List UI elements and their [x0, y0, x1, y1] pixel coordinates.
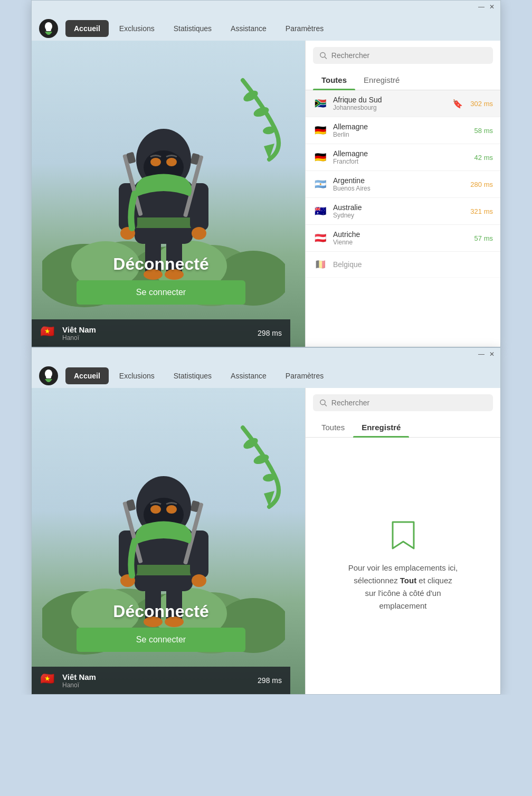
- main-content-1: Déconnecté Se connecter 🇻🇳 Viêt Nam Hano…: [32, 41, 500, 347]
- search-box-1: [306, 41, 500, 70]
- close-button-1[interactable]: ✕: [488, 3, 496, 11]
- server-country-4: Australie: [333, 203, 465, 212]
- server-city-5: Vienne: [333, 239, 469, 246]
- server-country-1: Allemagne: [333, 122, 469, 131]
- server-info-3: Argentine Buenos Aires: [333, 176, 465, 192]
- server-item-0[interactable]: 🇿🇦 Afrique du Sud Johannesbourg 🔖 302 ms: [306, 90, 500, 117]
- navbar-1: Accueil Exclusions Statistiques Assistan…: [32, 13, 500, 41]
- minimize-button-2[interactable]: —: [477, 350, 486, 358]
- server-item-1[interactable]: 🇩🇪 Allemagne Berlin 58 ms: [306, 117, 500, 144]
- server-country-5: Autriche: [333, 230, 469, 239]
- empty-line-1: Pour voir les emplacements ici,: [348, 563, 458, 572]
- location-bar-2[interactable]: 🇻🇳 Viêt Nam Hanoï 298 ms: [32, 667, 290, 694]
- titlebar-2: — ✕: [32, 348, 500, 361]
- connect-button-1[interactable]: Se connecter: [77, 280, 245, 305]
- svg-point-57: [192, 574, 206, 587]
- svg-point-65: [166, 505, 177, 514]
- server-latency-1: 58 ms: [474, 127, 493, 135]
- bookmark-icon-0[interactable]: 🔖: [452, 99, 463, 109]
- empty-state-text: Pour voir les emplacements ici, sélectio…: [348, 562, 458, 612]
- server-country-2: Allemagne: [333, 149, 469, 158]
- location-flag-1: 🇻🇳: [40, 325, 57, 342]
- search-wrap-2[interactable]: [313, 394, 493, 411]
- nav-exclusions-1[interactable]: Exclusions: [111, 20, 163, 37]
- connect-button-2[interactable]: Se connecter: [77, 628, 245, 652]
- nav-accueil-1[interactable]: Accueil: [65, 20, 109, 37]
- server-info-2: Allemagne Francfort: [333, 149, 469, 165]
- server-info-4: Australie Sydney: [333, 203, 465, 219]
- search-input-1[interactable]: [331, 51, 487, 60]
- status-text-2: Déconnecté: [48, 602, 274, 621]
- server-flag-0: 🇿🇦: [313, 96, 328, 111]
- bookmark-big-icon: [390, 519, 416, 551]
- nav-parametres-1[interactable]: Paramètres: [277, 20, 332, 37]
- search-input-2[interactable]: [331, 399, 487, 407]
- svg-point-31: [166, 158, 177, 166]
- empty-bold: Tout: [400, 576, 416, 585]
- server-item-5[interactable]: 🇦🇹 Autriche Vienne 57 ms: [306, 225, 500, 252]
- navbar-2: Accueil Exclusions Statistiques Assistan…: [32, 361, 500, 388]
- window-2: — ✕ Accueil Exclusions Statistiques Assi…: [31, 347, 501, 695]
- tab-saved-1[interactable]: Enregistré: [355, 70, 408, 90]
- svg-rect-53: [132, 565, 195, 575]
- window-1: — ✕ Accueil Exclusions Statistiques Assi…: [31, 0, 501, 347]
- server-country-3: Argentine: [333, 176, 465, 185]
- nav-exclusions-2[interactable]: Exclusions: [111, 367, 163, 384]
- search-wrap-1[interactable]: [313, 47, 493, 64]
- empty-line-4: sur l'icône à côté d'un: [365, 589, 441, 598]
- tab-saved-2[interactable]: Enregistré: [353, 418, 409, 437]
- server-flag-5: 🇦🇹: [313, 231, 328, 245]
- server-country-0: Afrique du Sud: [333, 96, 447, 104]
- server-list-1[interactable]: 🇿🇦 Afrique du Sud Johannesbourg 🔖 302 ms…: [306, 90, 500, 347]
- search-icon-1: [319, 51, 327, 60]
- nav-statistiques-2[interactable]: Statistiques: [165, 367, 220, 384]
- location-info-2: Viêt Nam Hanoï: [62, 672, 252, 689]
- tab-all-2[interactable]: Toutes: [313, 418, 353, 437]
- titlebar-1: — ✕: [32, 1, 500, 13]
- server-item-2[interactable]: 🇩🇪 Allemagne Francfort 42 ms: [306, 144, 500, 171]
- server-city-3: Buenos Aires: [333, 185, 465, 192]
- server-flag-4: 🇦🇺: [313, 204, 328, 219]
- server-latency-5: 57 ms: [474, 234, 493, 242]
- server-item-3[interactable]: 🇦🇷 Argentine Buenos Aires 280 ms: [306, 171, 500, 198]
- svg-rect-3: [46, 29, 51, 31]
- close-button-2[interactable]: ✕: [488, 350, 496, 358]
- nav-assistance-2[interactable]: Assistance: [222, 367, 275, 384]
- tabs-2: Toutes Enregistré: [306, 418, 500, 438]
- logo-2: [38, 365, 59, 386]
- nav-statistiques-1[interactable]: Statistiques: [165, 20, 220, 37]
- location-city-2: Hanoï: [62, 681, 252, 689]
- server-city-1: Berlin: [333, 131, 469, 138]
- server-info-6: Belgique: [333, 260, 493, 269]
- empty-state-2: Pour voir les emplacements ici, sélectio…: [306, 438, 500, 694]
- location-latency-2: 298 ms: [258, 676, 282, 685]
- server-country-6: Belgique: [333, 260, 493, 269]
- svg-point-66: [320, 400, 325, 404]
- server-info-1: Allemagne Berlin: [333, 122, 469, 138]
- search-icon-2: [319, 399, 327, 407]
- server-info-0: Afrique du Sud Johannesbourg: [333, 96, 447, 111]
- nav-accueil-2[interactable]: Accueil: [65, 367, 109, 384]
- svg-rect-19: [132, 217, 195, 228]
- location-bar-1[interactable]: 🇻🇳 Viêt Nam Hanoï 298 ms: [32, 319, 290, 347]
- server-item-4[interactable]: 🇦🇺 Australie Sydney 321 ms: [306, 198, 500, 225]
- status-text-1: Déconnecté: [48, 254, 274, 274]
- server-item-6[interactable]: 🇧🇪 Belgique: [306, 252, 500, 278]
- svg-line-33: [325, 57, 327, 59]
- server-panel-2: Toutes Enregistré Pour voir les emplacem…: [305, 388, 500, 694]
- tab-all-1[interactable]: Toutes: [313, 70, 355, 90]
- server-flag-3: 🇦🇷: [313, 177, 328, 192]
- main-content-2: Déconnecté Se connecter 🇻🇳 Viêt Nam Hano…: [32, 388, 500, 694]
- nav-parametres-2[interactable]: Paramètres: [277, 367, 332, 384]
- tabs-1: Toutes Enregistré: [306, 70, 500, 90]
- server-city-4: Sydney: [333, 212, 465, 219]
- server-latency-2: 42 ms: [474, 154, 493, 162]
- logo-1: [38, 18, 59, 39]
- nav-assistance-1[interactable]: Assistance: [222, 20, 275, 37]
- server-panel-1: Toutes Enregistré 🇿🇦 Afrique du Sud Joha…: [305, 41, 500, 347]
- minimize-button-1[interactable]: —: [477, 3, 486, 11]
- location-city-1: Hanoï: [62, 334, 252, 342]
- server-latency-3: 280 ms: [470, 181, 493, 188]
- svg-point-64: [150, 505, 161, 514]
- empty-line-5: emplacement: [379, 601, 426, 610]
